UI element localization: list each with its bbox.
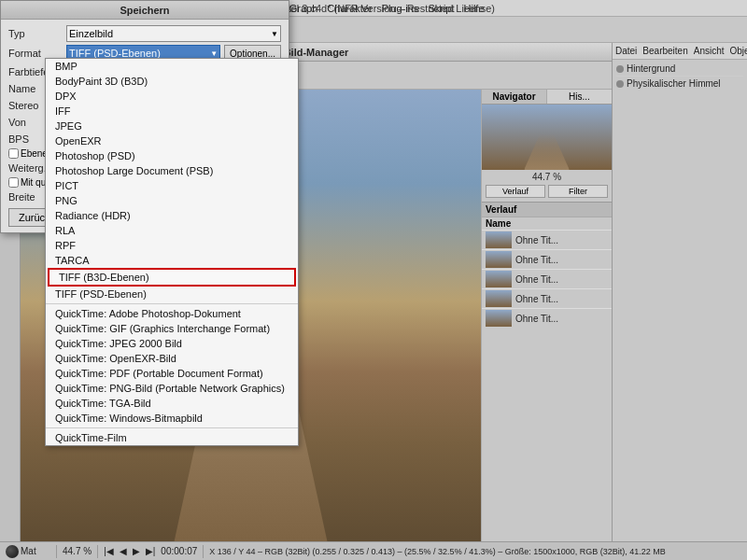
nav-thumb-road [524,134,570,171]
dropdown-qt-gif[interactable]: QuickTime: GIF (Graphics Interchange For… [46,321,298,336]
layer-item-2[interactable]: Physikalischer Himmel [616,77,743,91]
dropdown-tiff-b3d[interactable]: TIFF (B3D-Ebenen) [48,268,296,287]
format-dropdown: BMP BodyPaint 3D (B3D) DPX IFF JPEG Open… [45,58,299,446]
status-sep-3 [203,545,204,558]
verlauf-item-1[interactable]: Ohne Tit... [482,231,612,250]
dropdown-rpf[interactable]: RPF [46,238,298,253]
dropdown-tarca[interactable]: TARCA [46,253,298,268]
verlauf-thumb-3 [486,271,512,287]
verlauf-text-4: Ohne Tit... [515,294,558,304]
dropdown-bmp[interactable]: BMP [46,59,298,74]
layer-dot-1 [616,65,624,73]
zoom-display: 44.7 % [482,170,612,184]
layer-label-2: Physikalischer Himmel [627,78,721,89]
status-zoom: 44.7 % [63,546,92,556]
status-sep-1 [56,545,57,558]
dropdown-tiff-psd[interactable]: TIFF (PSD-Ebenen) [46,287,298,301]
verlauf-name-header: Name [482,217,612,231]
c4d-right-menu: Datei Bearbeiten Ansicht Objekte [613,43,747,60]
dropdown-qt-pdf[interactable]: QuickTime: PDF (Portable Document Format… [46,366,298,381]
dropdown-qt-openexr[interactable]: QuickTime: OpenEXR-Bild [46,351,298,366]
format-dropdown-arrow: ▼ [210,49,218,58]
playback-btn-1[interactable]: |◀ [104,546,114,556]
verlauf-text-1: Ohne Tit... [515,235,558,245]
typ-select[interactable]: Einzelbild ▼ [66,25,281,42]
c4d-menu-objekte[interactable]: Objekte [730,46,747,56]
c4d-menu-ansicht[interactable]: Ansicht [694,46,725,56]
dropdown-qt-jpeg2000[interactable]: QuickTime: JPEG 2000 Bild [46,336,298,351]
tab-history[interactable]: His... [547,90,612,104]
c4d-right-panel: Datei Bearbeiten Ansicht Objekte Hinterg… [612,43,747,560]
verlauf-thumb-1 [486,231,512,248]
layer-item-1[interactable]: Hintergrund [616,62,743,77]
layer-dot-2 [616,80,624,88]
dropdown-qt-photoshop[interactable]: QuickTime: Adobe Photoshop-Dokument [46,306,298,321]
tab-navigator[interactable]: Navigator [482,90,547,104]
navigator-panel: Navigator His... 44.7 % Verlauf Filter V… [481,90,612,560]
verlauf-btn[interactable]: Verlauf [486,185,545,198]
typ-label: Typ [8,28,66,39]
dropdown-bodypaint[interactable]: BodyPaint 3D (B3D) [46,74,298,89]
dropdown-jpeg[interactable]: JPEG [46,119,298,133]
verlauf-item-4[interactable]: Ohne Tit... [482,289,612,309]
verlauf-item-2[interactable]: Ohne Tit... [482,250,612,270]
dropdown-qt-film[interactable]: QuickTime-Film [46,430,298,445]
playback-btn-3[interactable]: ▶ [133,546,140,556]
c4d-menu-bearbeiten[interactable]: Bearbeiten [642,46,687,56]
save-dialog-titlebar: Speichern [1,1,289,20]
ebener-checkbox[interactable] [8,148,19,159]
c4d-menu-datei[interactable]: Datei [615,46,637,56]
dropdown-radiance[interactable]: Radiance (HDR) [46,208,298,223]
verlauf-thumb-5 [486,310,512,327]
dialog-row-typ: Typ Einzelbild ▼ [8,25,281,42]
verlauf-section: Verlauf Name Ohne Tit... Ohne Tit... Ohn… [482,202,612,328]
verlauf-text-2: Ohne Tit... [515,255,558,265]
verlauf-text-5: Ohne Tit... [515,314,558,324]
verlauf-title: Verlauf [482,203,612,217]
navigator-tabs: Navigator His... [482,90,612,105]
status-sep-2 [97,545,98,558]
playback-btn-2[interactable]: ◀ [120,546,127,556]
verlauf-thumb-2 [486,251,512,268]
verlauf-text-3: Ohne Tit... [515,274,558,285]
filter-controls: Verlauf Filter [482,184,612,199]
layers-panel: Hintergrund Physikalischer Himmel [613,60,747,92]
filter-btn[interactable]: Filter [548,185,608,198]
mit-qu-checkbox[interactable] [8,177,19,188]
dropdown-openexr[interactable]: OpenEXR [46,133,298,148]
dropdown-iff[interactable]: IFF [46,104,298,119]
dropdown-qt-windows[interactable]: QuickTime: Windows-Bitmapbild [46,411,298,426]
mat-area: Mat [6,543,50,560]
verlauf-item-3[interactable]: Ohne Tit... [482,270,612,289]
status-bar: Mat 44.7 % |◀ ◀ ▶ ▶| 00:00:07 X 136 / Y … [0,541,747,560]
dropdown-qt-tga[interactable]: QuickTime: TGA-Bild [46,396,298,411]
dropdown-png[interactable]: PNG [46,193,298,208]
navigator-thumbnail [482,105,612,170]
dropdown-divider-2 [46,427,298,428]
verlauf-thumb-4 [486,290,512,307]
dropdown-divider-1 [46,303,298,304]
dropdown-rla[interactable]: RLA [46,223,298,238]
dropdown-dpx[interactable]: DPX [46,89,298,104]
playback-btn-4[interactable]: ▶| [146,546,156,556]
dropdown-photoshop-psb[interactable]: Photoshop Large Document (PSB) [46,163,298,178]
dropdown-qt-png[interactable]: QuickTime: PNG-Bild (Portable Network Gr… [46,381,298,396]
dropdown-pict[interactable]: PICT [46,178,298,193]
verlauf-item-5[interactable]: Ohne Tit... [482,309,612,328]
dropdown-photoshop[interactable]: Photoshop (PSD) [46,148,298,163]
layer-label-1: Hintergrund [627,63,675,74]
status-time: 00:00:07 [161,546,197,556]
typ-dropdown-arrow: ▼ [271,30,278,38]
status-coords: X 136 / Y 44 – RGB (32Bit) (0.255 / 0.32… [209,547,665,556]
mat-sphere [6,545,19,558]
mat-label: Mat [21,546,36,556]
